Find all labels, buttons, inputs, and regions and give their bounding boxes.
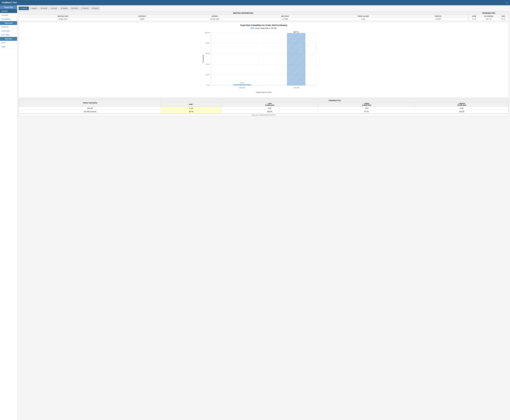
cell-prior-oi: 110,984	[409, 18, 468, 21]
sidebar-item-chart[interactable]: Chart	[0, 41, 17, 45]
chart-legend: Current Target Rate of 225-250	[21, 27, 507, 29]
sidebar-item-prior-hikes[interactable]: Prior Hikes	[0, 33, 17, 37]
cell-prior-volume: 2,341	[318, 18, 409, 21]
info-section: MEETING INFORMATION MEETING DATE CONTRAC…	[19, 11, 509, 21]
svg-text:60 %: 60 %	[206, 53, 210, 55]
cell-expires: 29 Mar 2019	[177, 18, 252, 21]
tab-1may19[interactable]: 1 May19	[29, 7, 39, 10]
tab-19jun19[interactable]: 19 Jun19	[39, 7, 49, 10]
svg-text:200-225: 200-225	[239, 87, 245, 89]
sidebar-item-table[interactable]: Table	[0, 45, 17, 49]
chart-container: Target Rate Probabilities for 20 Mar 201…	[19, 22, 509, 98]
col-1day: 1 DAY18 MAR 2019	[221, 102, 318, 107]
chart-title: Target Rate Probabilities for 20 Mar 201…	[21, 24, 507, 26]
svg-text:⚙: ⚙	[306, 44, 310, 48]
cell-contract: ZQH9	[107, 18, 177, 21]
svg-rect-21	[287, 33, 305, 85]
cell-now-225-250: 98.7%	[161, 110, 221, 113]
tab-11dec19[interactable]: 11 Dec19	[80, 7, 90, 10]
sidebar-item-target-rate[interactable]: Target Rate	[0, 5, 17, 9]
app-title: FedWatch Tool	[2, 1, 17, 4]
probabilities-box: PROBABILITIES EASE NO CHANGE HIKE 1.3 % …	[469, 11, 509, 21]
svg-text:100 %: 100 %	[205, 32, 210, 34]
cell-hike: 0.0 %	[498, 18, 509, 21]
cell-meeting-date: 20 Mar 2019	[19, 18, 107, 21]
col-1week: 1 WEEK12 MAR 2019	[318, 102, 415, 107]
svg-text:80 %: 80 %	[206, 42, 210, 44]
tab-30oct19[interactable]: 30 Oct19	[69, 7, 79, 10]
col-contract: CONTRACT	[107, 15, 177, 18]
cell-ease: 1.3 %	[469, 18, 480, 21]
col-prior-volume: PRIOR VOLUME	[318, 15, 409, 18]
col-expires: EXPIRES	[177, 15, 252, 18]
svg-text:40 %: 40 %	[206, 63, 210, 65]
svg-text:0 %: 0 %	[207, 84, 210, 86]
tab-31jul19[interactable]: 31 Jul19	[49, 7, 59, 10]
cell-week1-225-250: 97.4%	[318, 110, 415, 113]
col-meeting-date: MEETING DATE	[19, 15, 107, 18]
twitter-icon[interactable]: 𝕏	[506, 1, 508, 4]
legend-label: Current Target Rate of 225-250	[255, 27, 277, 29]
sidebar-item-historical[interactable]: Historical	[0, 25, 17, 29]
tab-18sep19[interactable]: 18 Sep19	[59, 7, 69, 10]
cell-rate-225-250: 225-250 (Current)	[19, 110, 161, 113]
cell-mid-price: 97.5988	[252, 18, 318, 21]
cell-day1-225-250: 100.0%	[221, 110, 318, 113]
cell-month1-200-225: 0.0%	[415, 107, 508, 110]
table-row: 20 Mar 2019 ZQH9 29 Mar 2019 97.5988 2,3…	[19, 18, 468, 21]
sidebar-item-current[interactable]: Current	[0, 9, 17, 13]
table-row: 1.3 % 98.7 % 0.0 %	[469, 18, 509, 21]
meeting-tabs: 20 Mar19 1 May19 19 Jun19 31 Jul19 18 Se…	[19, 7, 509, 10]
col-mid-price: MID PRICE	[252, 15, 318, 18]
meeting-info-title: MEETING INFORMATION	[19, 12, 468, 15]
table-row: 200-225 1.3% 0.0% 2.6% 0.0%	[19, 107, 509, 110]
col-ease: EASE	[469, 15, 480, 18]
col-no-change: NO CHANGE	[480, 15, 498, 18]
meeting-info-table: MEETING DATE CONTRACT EXPIRES MID PRICE …	[19, 15, 468, 21]
tab-20mar19[interactable]: 20 Mar19	[19, 7, 29, 10]
col-prior-oi: PRIOR OI	[409, 15, 468, 18]
cell-month1-225-250: 100.0%	[415, 110, 508, 113]
col-hike: HIKE	[498, 15, 509, 18]
svg-rect-17	[233, 85, 251, 85]
table-row: 225-250 (Current) 98.7% 100.0% 97.4% 100…	[19, 110, 509, 113]
cell-no-change: 98.7 %	[480, 18, 498, 21]
table-footnote: * Data as of 19 Mar 2019 07:23:40 CT	[19, 113, 509, 116]
probabilities-table: EASE NO CHANGE HIKE 1.3 % 98.7 % 0.0 %	[469, 15, 509, 21]
sidebar-item-dot-plot[interactable]: Dot Plot	[0, 37, 17, 41]
cell-week1-200-225: 2.6%	[318, 107, 415, 110]
svg-text:225-250: 225-250	[293, 87, 299, 89]
legend-icon	[251, 27, 254, 29]
bottom-table-container: TARGET RATE (BPS) PROBABILITY(%) NOW * 1…	[19, 99, 509, 117]
sidebar-item-probabilities[interactable]: Probabilities	[0, 17, 17, 21]
col-now: NOW *	[161, 102, 221, 107]
bar-chart: 0 % 20 % 40 % 60 % 80 % 100 % Probabilit…	[21, 31, 507, 95]
app-header: FedWatch Tool 𝕏	[0, 0, 510, 5]
cell-day1-200-225: 0.0%	[221, 107, 318, 110]
svg-text:Target Rate (in bps): Target Rate (in bps)	[256, 91, 272, 93]
sidebar-item-downloads[interactable]: Downloads	[0, 29, 17, 33]
svg-text:98.7 %: 98.7 %	[294, 31, 299, 33]
sidebar-item-compare[interactable]: Compare	[0, 13, 17, 17]
cell-now-200-225: 1.3%	[161, 107, 221, 110]
col-target-rate-bps: TARGET RATE (BPS)	[19, 99, 161, 107]
sidebar: Target Rate Current Compare Probabilitie…	[0, 5, 17, 420]
cell-rate-200-225: 200-225	[19, 107, 161, 110]
meeting-info-box: MEETING INFORMATION MEETING DATE CONTRAC…	[19, 11, 468, 21]
svg-text:1.3 %: 1.3 %	[240, 82, 244, 84]
main-content: 20 Mar19 1 May19 19 Jun19 31 Jul19 18 Se…	[17, 5, 510, 420]
col-1month: 1 MONTH19 FEB 2019	[415, 102, 508, 107]
probabilities-title: PROBABILITIES	[469, 12, 509, 15]
svg-text:Probability: Probability	[202, 55, 204, 63]
probability-table: TARGET RATE (BPS) PROBABILITY(%) NOW * 1…	[19, 99, 509, 113]
svg-text:20 %: 20 %	[206, 74, 210, 76]
probability-header: PROBABILITY(%)	[161, 99, 509, 102]
tab-29jan20[interactable]: 29 Jan20	[90, 7, 100, 10]
sidebar-item-historical-group[interactable]: Historical	[0, 21, 17, 25]
